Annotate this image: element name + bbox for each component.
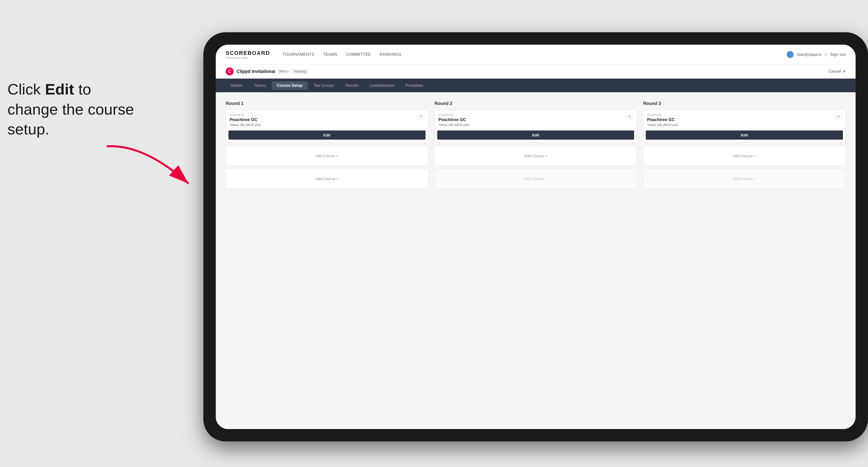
round-3-course-a-name: Peachtree GC (647, 117, 678, 122)
round-2-course-a-info: (Course A) Peachtree GC Yellow (M) (6629… (438, 113, 469, 127)
round-2-course-a-label: (Course A) (438, 113, 469, 117)
round-3-add-course-2-text: Add Course + (733, 177, 756, 181)
round-3-column: Round 3 (Course A) Peachtree GC Yellow (… (643, 101, 846, 191)
round-3-add-course-2-card: Add Course + (643, 169, 846, 188)
round-1-add-course-1-text: Add Course + (315, 154, 338, 158)
cancel-icon: ✕ (842, 69, 846, 74)
round-2-add-course-2-card: Add Course + (434, 169, 637, 188)
tournament-name: Clippd Invitational (237, 69, 275, 74)
instruction-bold: Edit (45, 81, 74, 98)
round-1-course-a-edit-button[interactable]: Edit (228, 130, 426, 139)
tab-results[interactable]: Results (341, 81, 364, 90)
tab-details[interactable]: Details (226, 81, 248, 90)
round-2-column: Round 2 (Course A) Peachtree GC Yellow (… (434, 101, 637, 191)
round-2-course-a-details: Yellow (M) (6629 yds) (438, 123, 469, 127)
round-2-course-a-name: Peachtree GC (438, 117, 469, 122)
nav-tournaments[interactable]: TOURNAMENTS (282, 52, 314, 57)
round-3-title: Round 3 (643, 101, 846, 106)
round-1-add-course-2-text: Add Course + (315, 177, 338, 181)
tab-tee-groups[interactable]: Tee Groups (309, 81, 339, 90)
sign-out-link[interactable]: Sign out (830, 52, 846, 57)
rounds-container: Round 1 (Course A) Peachtree GC Yellow (… (226, 101, 846, 191)
nav-separator: | (825, 52, 826, 57)
nav-rankings[interactable]: RANKINGS (380, 52, 402, 57)
round-1-add-course-1-card[interactable]: Add Course + (226, 146, 428, 166)
round-3-course-a-header: (Course A) Peachtree GC Yellow (M) (6629… (643, 110, 845, 128)
round-3-course-a-info: (Course A) Peachtree GC Yellow (M) (6629… (647, 113, 678, 127)
round-3-add-course-1-text: Add Course + (733, 154, 756, 158)
nav-right: blair@clippd.io | Sign out (787, 51, 846, 58)
clippd-logo-icon: C (226, 67, 234, 75)
nav-committee[interactable]: COMMITTEE (346, 52, 371, 57)
tournament-header: C Clippd Invitational (Men) Hosting Canc… (216, 64, 856, 79)
user-avatar (787, 51, 794, 58)
round-2-title: Round 2 (434, 101, 637, 106)
round-1-title: Round 1 (226, 101, 428, 106)
tournament-left: C Clippd Invitational (Men) Hosting (226, 67, 308, 75)
hosting-badge: Hosting (292, 69, 308, 74)
user-email: blair@clippd.io (797, 52, 822, 57)
round-1-column: Round 1 (Course A) Peachtree GC Yellow (… (226, 101, 428, 191)
round-2-add-course-1-text: Add Course + (524, 154, 547, 158)
round-3-course-a-delete-button[interactable]: ⊟ (835, 113, 842, 120)
scoreboard-title: SCOREBOARD (226, 50, 270, 56)
round-3-course-a-details: Yellow (M) (6629 yds) (647, 123, 678, 127)
cancel-button[interactable]: Cancel ✕ (829, 69, 846, 74)
round-3-course-a-edit-button[interactable]: Edit (646, 130, 843, 139)
round-3-course-a-card: (Course A) Peachtree GC Yellow (M) (6629… (643, 110, 846, 143)
tablet-screen: SCOREBOARD Powered by clippd TOURNAMENTS… (216, 44, 856, 429)
tab-teams[interactable]: Teams (249, 81, 271, 90)
round-3-add-course-1-card[interactable]: Add Course + (643, 146, 846, 166)
nav-left: SCOREBOARD Powered by clippd TOURNAMENTS… (226, 50, 401, 59)
tab-course-setup[interactable]: Course Setup (272, 81, 308, 90)
tab-leaderboards[interactable]: Leaderboards (365, 81, 399, 90)
round-1-course-a-details: Yellow (M) (6629 yds) (230, 123, 261, 127)
round-1-course-a-delete-button[interactable]: ⊟ (418, 113, 424, 120)
round-1-course-a-header: (Course A) Peachtree GC Yellow (M) (6629… (226, 110, 428, 128)
round-2-course-a-delete-button[interactable]: ⊟ (626, 113, 633, 120)
round-1-course-a-card: (Course A) Peachtree GC Yellow (M) (6629… (226, 110, 428, 143)
powered-by-text: Powered by clippd (226, 56, 270, 59)
instruction-prefix: Click (7, 81, 45, 98)
main-content: Round 1 (Course A) Peachtree GC Yellow (… (216, 92, 856, 429)
tablet-device: SCOREBOARD Powered by clippd TOURNAMENTS… (204, 32, 868, 441)
round-2-course-a-header: (Course A) Peachtree GC Yellow (M) (6629… (435, 110, 637, 128)
round-1-course-a-name: Peachtree GC (230, 117, 261, 122)
round-2-course-a-edit-button[interactable]: Edit (437, 130, 634, 139)
tournament-gender: (Men) (278, 69, 289, 74)
nav-links: TOURNAMENTS TEAMS COMMITTEE RANKINGS (282, 52, 401, 57)
round-2-add-course-2-text: Add Course + (524, 177, 547, 181)
round-3-course-a-label: (Course A) (647, 113, 678, 117)
round-1-add-course-2-card[interactable]: Add Course + (226, 169, 428, 188)
round-1-course-a-label: (Course A) (230, 113, 261, 117)
app-content: SCOREBOARD Powered by clippd TOURNAMENTS… (216, 44, 856, 429)
top-nav: SCOREBOARD Powered by clippd TOURNAMENTS… (216, 44, 856, 64)
nav-teams[interactable]: TEAMS (323, 52, 338, 57)
round-2-add-course-1-card[interactable]: Add Course + (434, 146, 637, 166)
tab-navigation: Details Teams Course Setup Tee Groups Re… (216, 79, 856, 92)
round-1-course-a-info: (Course A) Peachtree GC Yellow (M) (6629… (230, 113, 261, 127)
instruction-text: Click Edit to change the course setup. (7, 80, 136, 139)
tab-printables[interactable]: Printables (401, 81, 428, 90)
scoreboard-logo: SCOREBOARD Powered by clippd (226, 50, 270, 59)
round-2-course-a-card: (Course A) Peachtree GC Yellow (M) (6629… (434, 110, 637, 143)
